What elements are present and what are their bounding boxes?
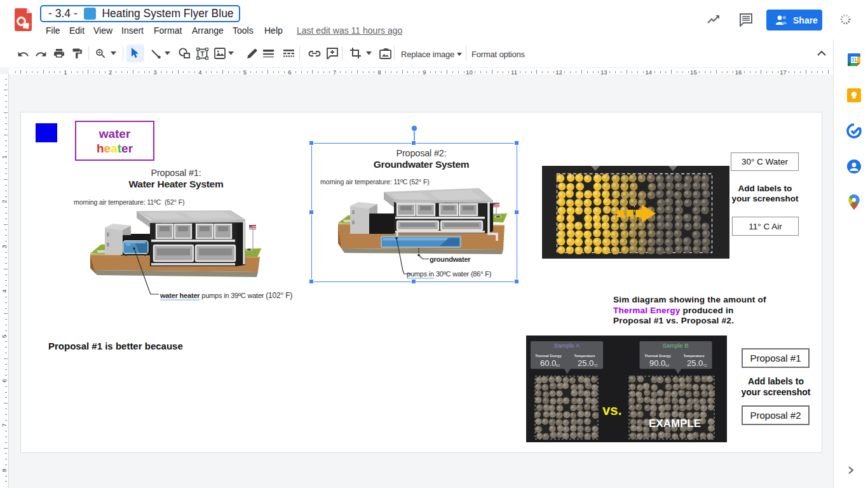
svg-text:Temperature: Temperature — [684, 354, 705, 358]
svg-text:Sample B: Sample B — [662, 342, 688, 349]
svg-text:Temperature: Temperature — [574, 354, 595, 358]
svg-text:Thermal Energy: Thermal Energy — [644, 354, 672, 358]
svg-text:Thermal Energy: Thermal Energy — [535, 354, 562, 358]
svg-text:vs.: vs. — [602, 402, 622, 418]
svg-text:EXAMPLE: EXAMPLE — [649, 417, 701, 430]
svg-text:Sample A: Sample A — [554, 342, 580, 349]
svg-text:31: 31 — [851, 57, 857, 63]
